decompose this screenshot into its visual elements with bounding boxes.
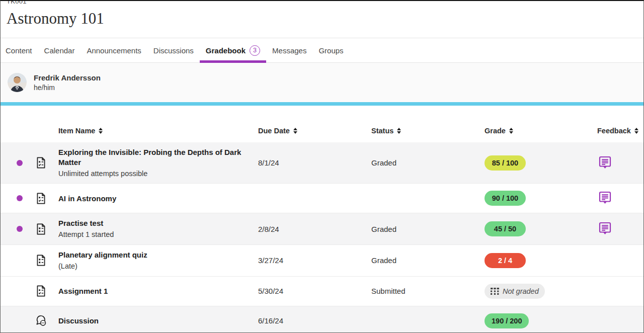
item-title: Exploring the Invisible: Probing the Dep… — [58, 147, 248, 168]
tab-label: Calendar — [44, 46, 75, 55]
status-cell: Graded — [371, 158, 485, 167]
sort-icon — [293, 128, 297, 134]
tab-discussions[interactable]: Discussions — [147, 38, 200, 62]
gradebook-rows: Exploring the Invisible: Probing the Dep… — [1, 142, 643, 333]
item-subtitle: Unlimited attempts possible — [58, 169, 248, 179]
sort-icon — [509, 128, 513, 134]
feedback-button[interactable] — [598, 191, 612, 204]
cyan-divider — [1, 102, 643, 106]
status-cell: Graded — [371, 256, 485, 265]
column-header-feedback[interactable]: Feedback — [597, 127, 644, 135]
tab-label: Gradebook — [206, 46, 246, 55]
table-row[interactable]: AI in Astronomy 90 / 100 — [1, 183, 643, 213]
grade-pill[interactable]: 85 / 100 — [485, 155, 526, 171]
tab-label: Groups — [318, 46, 343, 55]
grade-pill[interactable]: 45 / 50 — [485, 221, 526, 236]
unread-dot — [17, 195, 23, 201]
column-header-item-name[interactable]: Item Name — [53, 127, 258, 135]
tab-label: Messages — [272, 46, 306, 55]
due-date-cell: 5/30/24 — [258, 287, 371, 295]
tab-label: Content — [6, 46, 32, 55]
student-header[interactable]: Fredrik Andersson he/him — [1, 63, 643, 102]
tab-label: Announcements — [87, 46, 141, 55]
grade-pill[interactable]: 90 / 100 — [485, 191, 526, 206]
sort-icon — [634, 128, 638, 134]
tab-bar: Content Calendar Announcements Discussio… — [1, 38, 643, 63]
tab-label: Discussions — [153, 46, 194, 55]
due-date-cell: 3/27/24 — [258, 256, 371, 265]
table-row[interactable]: Practise test Attempt 1 started 2/8/24 G… — [1, 213, 643, 244]
status-cell: Submitted — [371, 287, 485, 295]
student-pronouns: he/him — [34, 84, 101, 92]
grade-pill[interactable]: 2 / 4 — [485, 253, 526, 268]
course-code: TK001 — [7, 1, 643, 5]
status-cell: Graded — [371, 225, 485, 233]
tab-announcements[interactable]: Announcements — [80, 38, 147, 62]
due-date-cell: 2/8/24 — [258, 225, 371, 233]
tab-content[interactable]: Content — [0, 38, 38, 62]
tab-groups[interactable]: Groups — [312, 38, 349, 62]
item-title: Practise test — [58, 218, 248, 228]
due-date-cell: 6/16/24 — [258, 316, 371, 325]
feedback-button[interactable] — [598, 155, 612, 169]
item-subtitle: Attempt 1 started — [58, 230, 248, 239]
tab-gradebook[interactable]: Gradebook 3 — [200, 38, 266, 62]
test-icon — [35, 285, 47, 297]
grade-pill[interactable]: Not graded — [485, 284, 545, 299]
column-header-grade[interactable]: Grade — [485, 127, 597, 135]
tab-calendar[interactable]: Calendar — [38, 38, 81, 62]
feedback-button[interactable] — [598, 221, 612, 235]
grade-pill[interactable]: 190 / 200 — [485, 313, 529, 328]
gradebook-page: TK001 Astronomy 101 Content Calendar Ann… — [0, 0, 644, 333]
tab-badge: 3 — [250, 45, 260, 56]
quiz-icon — [35, 254, 47, 267]
unread-dot — [17, 160, 23, 166]
active-tab-underline — [200, 60, 266, 63]
sort-icon — [99, 128, 103, 134]
table-row[interactable]: Exploring the Invisible: Probing the Dep… — [1, 142, 643, 183]
test-icon — [35, 156, 47, 169]
item-title: AI in Astronomy — [58, 194, 248, 204]
test-icon — [35, 192, 47, 205]
tab-messages[interactable]: Messages — [266, 38, 312, 62]
table-row[interactable]: Assignment 1 5/30/24 Submitted — [1, 276, 643, 306]
table-row[interactable]: Planetary alignment quiz (Late) 3/27/24 … — [1, 244, 643, 276]
item-title: Discussion — [58, 316, 248, 326]
item-title: Planetary alignment quiz — [58, 250, 248, 260]
course-title: Astronomy 101 — [7, 10, 643, 28]
discussion-icon — [35, 314, 47, 327]
unread-dot — [17, 226, 23, 232]
due-date-cell: 8/1/24 — [258, 158, 371, 167]
course-header: TK001 Astronomy 101 — [1, 1, 643, 38]
table-row[interactable]: Discussion 6/16/24 190 / 200 — [1, 306, 643, 333]
item-subtitle: (Late) — [58, 262, 248, 271]
not-graded-grid-icon — [491, 288, 499, 295]
item-title: Assignment 1 — [58, 286, 248, 296]
table-header: Item Name Due Date Status Grade Feedback — [1, 106, 643, 142]
student-name: Fredrik Andersson — [34, 73, 101, 82]
column-header-due-date[interactable]: Due Date — [258, 127, 371, 135]
quiz-icon — [35, 223, 47, 235]
sort-icon — [397, 128, 401, 134]
column-header-status[interactable]: Status — [371, 127, 485, 135]
avatar — [8, 73, 27, 92]
